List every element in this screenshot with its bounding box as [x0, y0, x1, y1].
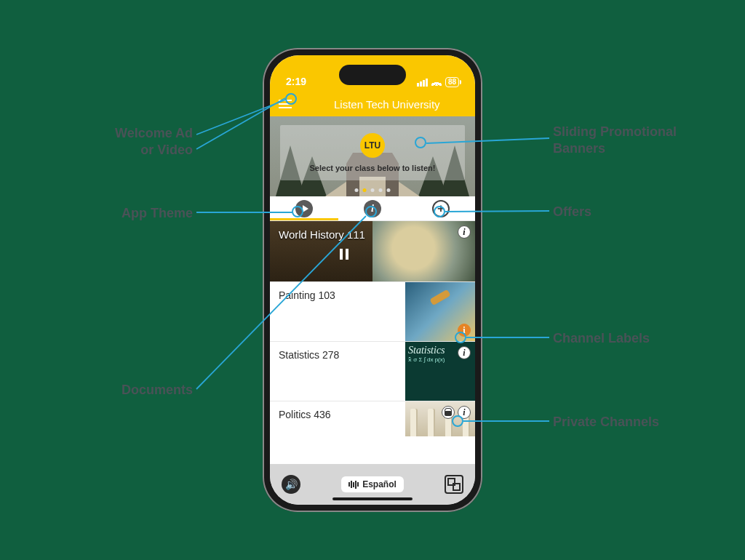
- app-bar: Listen Tech University: [270, 92, 475, 116]
- ring-welcome: [285, 93, 297, 105]
- anno-app-theme: App Theme: [73, 205, 193, 222]
- banner-badge: LTU: [360, 133, 385, 158]
- ring-offers: [434, 206, 445, 217]
- anno-documents: Documents: [73, 382, 193, 399]
- status-time: 2:19: [286, 76, 306, 87]
- banner-dots[interactable]: [355, 188, 391, 192]
- anno-welcome: Welcome Ad or Video: [73, 125, 193, 158]
- info-icon[interactable]: i: [458, 346, 471, 359]
- notch: [339, 65, 406, 85]
- pause-icon[interactable]: [340, 249, 348, 260]
- channel-label: Statistics 278: [270, 342, 405, 401]
- banner-tagline: Select your class below to listen!: [310, 164, 436, 172]
- channel-thumb: Statistics x̄ σ Σ ∫ dx p(x) i: [405, 342, 475, 401]
- info-icon[interactable]: i: [458, 225, 471, 239]
- ring-docs: [365, 206, 377, 217]
- ring-theme: [292, 206, 303, 217]
- ring-private: [452, 415, 463, 427]
- anno-sliding-banners: Sliding Promotional Banners: [553, 124, 677, 156]
- channel-label: World History 111: [270, 221, 374, 248]
- channel-row[interactable]: World History 111 i: [270, 221, 475, 282]
- qr-icon[interactable]: [445, 475, 463, 494]
- promo-banner[interactable]: LTU Select your class below to listen!: [270, 116, 475, 196]
- anno-offers: Offers: [553, 204, 591, 220]
- channel-thumb: i: [405, 282, 475, 341]
- channel-thumb: i: [405, 401, 475, 436]
- signal-icon: [417, 79, 428, 87]
- language-button[interactable]: Español: [341, 476, 404, 492]
- channel-row[interactable]: Painting 103 i: [270, 282, 475, 342]
- language-label: Español: [362, 479, 397, 489]
- phone-frame: 2:19 88 Listen Tech University LTU Selec…: [263, 48, 482, 512]
- channel-label: Painting 103: [270, 282, 405, 341]
- speaker-icon[interactable]: 🔊: [282, 475, 300, 494]
- battery-icon: 88: [445, 77, 459, 87]
- app-title: Listen Tech University: [334, 98, 440, 111]
- wifi-icon: [431, 79, 442, 86]
- channel-row[interactable]: Politics 436 i: [270, 401, 475, 436]
- channel-row[interactable]: Statistics 278 Statistics x̄ σ Σ ∫ dx p(…: [270, 342, 475, 401]
- channel-label: Politics 436: [270, 401, 405, 436]
- anno-private-channels: Private Channels: [553, 414, 659, 431]
- home-indicator: [332, 497, 413, 500]
- anno-channel-labels: Channel Labels: [553, 330, 650, 347]
- ring-channel-label: [455, 332, 466, 343]
- phone-screen: 2:19 88 Listen Tech University LTU Selec…: [270, 55, 475, 505]
- ring-banner: [415, 137, 426, 148]
